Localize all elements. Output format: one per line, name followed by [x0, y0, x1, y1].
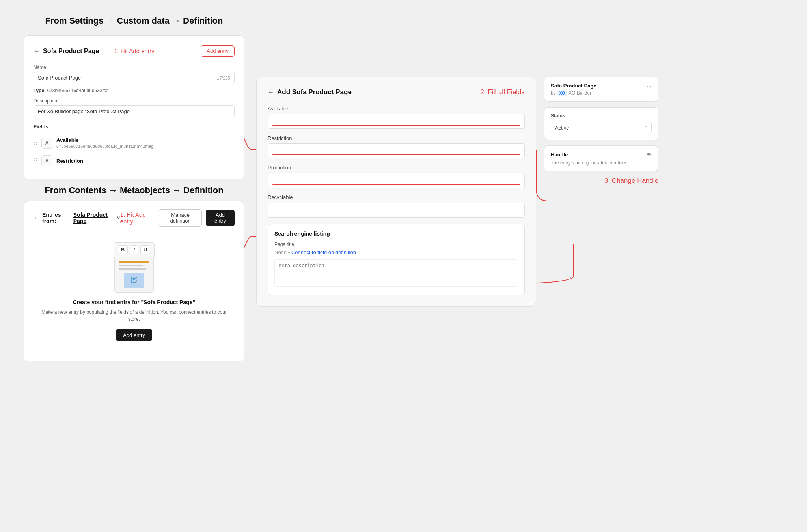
card-header: ← Sofa Product Page 1. Hit Add entry Add… [34, 45, 235, 57]
image-icon: 🖼 [130, 277, 138, 285]
restriction-red-line [272, 154, 520, 155]
rte-italic-btn[interactable]: I [130, 245, 138, 254]
fields-label: Fields [34, 124, 235, 130]
entries-back-arrow[interactable]: ← [34, 214, 40, 221]
xo-badge: XO [557, 91, 567, 96]
manage-definition-button[interactable]: Manage definition [159, 209, 202, 227]
app-menu-dots-icon[interactable]: ··· [647, 83, 652, 90]
promotion-red-line [272, 184, 520, 185]
available-input-wrapper [268, 114, 525, 129]
restriction-label: Restriction [268, 135, 525, 141]
entries-dropdown-arrow-icon[interactable]: ∨ [117, 215, 120, 221]
meta-description-input[interactable] [274, 259, 518, 287]
name-label: Name [34, 65, 235, 70]
handle-description: The entry's auto-generated identifier [551, 160, 652, 166]
empty-add-entry-button[interactable]: Add entry [116, 329, 152, 341]
recyclable-label: Recyclable [268, 194, 525, 200]
rte-toolbar: B I U [114, 242, 155, 257]
app-sub: by XO XO Builder [551, 90, 596, 96]
rte-underline-btn[interactable]: U [140, 245, 150, 254]
bottom-add-entry-button[interactable]: Add entry [206, 210, 235, 226]
name-count: 17/255 [217, 76, 230, 80]
card-page-title: Sofa Product Page [43, 48, 99, 55]
recyclable-input-wrapper [268, 203, 525, 218]
image-placeholder: 🖼 [124, 273, 144, 288]
promotion-input-wrapper [268, 173, 525, 188]
app-info-card: Sofa Product Page by XO XO Builder ··· [544, 77, 658, 102]
sidebar-panel: Sofa Product Page by XO XO Builder ··· S… [544, 77, 658, 185]
fields-section: Fields ⠿ A Available 673b4696716e4a6d6d6… [34, 124, 235, 169]
drag-handle-icon[interactable]: ⠿ [34, 140, 37, 146]
bottom-section-header: From Contents → Metaobjects → Definition [24, 185, 244, 195]
entries-header: ← Entries from: Sofa Product Page ∨ 1. H… [34, 209, 235, 227]
form-fields-container: Available Restriction Promot [268, 106, 525, 218]
seo-title: Search engine listing [274, 231, 518, 237]
field2-icon: A [41, 155, 52, 166]
seo-connect-row: None • Connect to field on definition [274, 249, 518, 255]
name-input[interactable]: Sofa Product Page 17/255 [34, 72, 235, 84]
recyclable-red-line [272, 214, 520, 214]
restriction-input[interactable] [268, 143, 525, 158]
entries-definition-link[interactable]: Sofa Product Page [73, 212, 114, 224]
name-value: Sofa Product Page [38, 75, 81, 81]
status-label: Status [551, 113, 652, 119]
field-row-restriction: ⠿ A Restriction [34, 152, 235, 169]
rte-content: 🖼 [114, 257, 154, 293]
add-form-header: ← Add Sofa Product Page 2. Fill all Fiel… [268, 88, 525, 96]
description-label: Description [34, 98, 235, 104]
status-select[interactable]: Active ⌃ [551, 122, 652, 134]
entries-prefix: Entries from: [42, 212, 71, 224]
field1-name: Available [56, 137, 235, 143]
handle-title-row: Handle ✏ [551, 151, 652, 158]
add-form-back-arrow[interactable]: ← [268, 89, 274, 96]
promotion-label: Promotion [268, 165, 525, 171]
add-form-title: ← Add Sofa Product Page [268, 88, 352, 96]
edit-handle-icon[interactable]: ✏ [647, 151, 652, 158]
available-red-line [272, 125, 520, 126]
connect-to-field-link[interactable]: Connect to field on definition [291, 249, 356, 255]
empty-state-description: Make a new entry by populating the field… [41, 309, 227, 323]
top-section-header: From Settings → Custom data → Definition [24, 16, 244, 26]
rte-bold-btn[interactable]: B [118, 245, 128, 254]
field-row-available: ⠿ A Available 673b4696716e4a6d6d633fca.i… [34, 134, 235, 152]
add-form-page-title: Add Sofa Product Page [277, 88, 352, 96]
type-row: Type: 673b4696716e4a6d6d633fca [34, 88, 235, 93]
drag-handle2-icon[interactable]: ⠿ [34, 158, 37, 164]
app-name: XO Builder [568, 90, 591, 96]
promotion-input[interactable] [268, 173, 525, 188]
description-input[interactable]: For Xo Builder page "Sofa Product Page" [34, 105, 235, 117]
back-arrow-icon[interactable]: ← [34, 48, 40, 55]
app-card-header: Sofa Product Page by XO XO Builder ··· [551, 83, 652, 96]
entries-actions: Manage definition Add entry [159, 209, 235, 227]
status-card: Status Active ⌃ [544, 107, 658, 140]
add-form-card: ← Add Sofa Product Page 2. Fill all Fiel… [256, 77, 536, 307]
type-label: Type: [34, 88, 46, 93]
form-field-recyclable: Recyclable [268, 194, 525, 218]
description-value: For Xo Builder page "Sofa Product Page" [38, 108, 132, 114]
bottom-entries-card: ← Entries from: Sofa Product Page ∨ 1. H… [24, 201, 244, 361]
status-value: Active [555, 125, 569, 131]
field2-info: Restriction [56, 158, 235, 164]
app-info: Sofa Product Page by XO XO Builder [551, 83, 596, 96]
available-input[interactable] [268, 114, 525, 129]
top-settings-card: ← Sofa Product Page 1. Hit Add entry Add… [24, 35, 244, 179]
page-title-label: Page title [274, 242, 518, 247]
type-value: 673b4696716e4a6d6d633fca [47, 88, 108, 93]
status-select-arrow-icon: ⌃ [644, 125, 647, 130]
empty-illustration: B I U 🖼 [41, 242, 227, 293]
step1-top-annotation: 1. Hit Add entry [114, 48, 155, 54]
field2-name: Restriction [56, 158, 235, 164]
step1-bottom-annotation: 1. Hit Add entry [120, 211, 155, 225]
name-field-group: Name Sofa Product Page 17/255 [34, 65, 235, 84]
step3-annotation: 3. Change Handle [544, 177, 658, 185]
handle-card: Handle ✏ The entry's auto-generated iden… [544, 145, 658, 171]
recyclable-input[interactable] [268, 203, 525, 218]
top-add-entry-button[interactable]: Add entry [201, 45, 235, 57]
empty-state: B I U 🖼 Create your first entry for "Sof… [34, 234, 235, 353]
handle-label: Handle [551, 152, 568, 158]
entries-title: ← Entries from: Sofa Product Page ∨ [34, 212, 120, 224]
form-field-restriction: Restriction [268, 135, 525, 158]
field1-id: 673b4696716e4a6d6d633fca.id_m3n1t1nm42me… [56, 144, 235, 149]
field1-info: Available 673b4696716e4a6d6d633fca.id_m3… [56, 137, 235, 149]
card-title: ← Sofa Product Page [34, 48, 99, 55]
